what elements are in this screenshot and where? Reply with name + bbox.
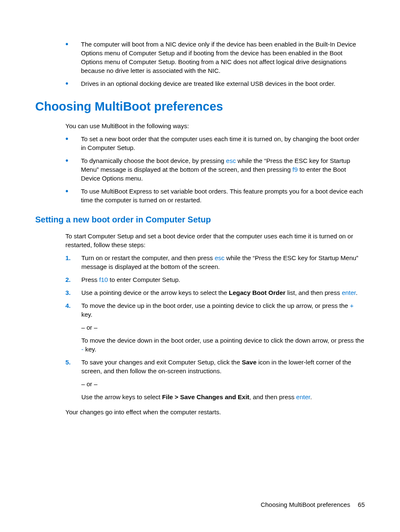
step-body: Use a pointing device or the arrow keys … [81, 288, 365, 297]
bullet-icon: • [65, 156, 68, 183]
key-f10: f10 [99, 276, 108, 283]
document-page: • The computer will boot from a NIC devi… [0, 0, 400, 532]
text-span: to enter Computer Setup. [108, 276, 180, 283]
text-span: To dynamically choose the boot device, b… [81, 157, 226, 164]
step-number: 1. [65, 253, 73, 271]
key-plus: + [350, 302, 353, 309]
bullet-item: • To dynamically choose the boot device,… [65, 156, 365, 183]
page-number: 65 [358, 501, 365, 508]
bullet-text: To use MultiBoot Express to set variable… [81, 187, 365, 204]
text-span: key. [83, 346, 96, 353]
key-enter: enter [296, 393, 310, 400]
text-span: . [356, 289, 358, 296]
bullet-item: • The computer will boot from a NIC devi… [65, 40, 365, 75]
step-item: 5. To save your changes and exit Compute… [65, 358, 365, 401]
ways-bullet-list: • To set a new boot order that the compu… [65, 134, 365, 204]
key-esc: esc [226, 157, 236, 164]
text-span: key. [81, 311, 92, 318]
bold-text: Save [242, 359, 257, 366]
step-body: Press f10 to enter Computer Setup. [81, 275, 365, 284]
or-divider: – or – [81, 380, 365, 388]
bold-text: File > Save Changes and Exit [162, 393, 249, 400]
bullet-text: The computer will boot from a NIC device… [81, 40, 365, 75]
text-span: , and then press [249, 393, 296, 400]
key-f9: f9 [292, 166, 298, 173]
bullet-icon: • [65, 134, 68, 152]
text-span: To move the device down in the boot orde… [81, 337, 364, 344]
key-esc: esc [215, 254, 224, 261]
step-number: 2. [65, 275, 73, 284]
bullet-item: • To set a new boot order that the compu… [65, 134, 365, 152]
bold-text: Legacy Boot Order [229, 289, 286, 296]
step-body: Turn on or restart the computer, and the… [81, 253, 365, 271]
closing-paragraph: Your changes go into effect when the com… [65, 408, 365, 416]
bullet-item: • Drives in an optional docking device a… [65, 79, 365, 88]
text-span: list, and then press [286, 289, 342, 296]
intro-paragraph: You can use MultiBoot in the following w… [65, 121, 365, 130]
or-divider: – or – [81, 323, 365, 332]
step-number: 4. [65, 301, 73, 354]
numbered-steps-list: 1. Turn on or restart the computer, and … [65, 253, 365, 401]
step-item: 3. Use a pointing device or the arrow ke… [65, 288, 365, 297]
bullet-icon: • [65, 187, 68, 204]
step-body: To save your changes and exit Computer S… [81, 358, 365, 401]
heading-h2: Setting a new boot order in Computer Set… [35, 214, 365, 225]
key-enter: enter [342, 289, 356, 296]
text-span: Turn on or restart the computer, and the… [81, 254, 215, 261]
page-footer: Choosing MultiBoot preferences 65 [261, 500, 365, 509]
step-number: 3. [65, 288, 73, 297]
text-span: Press [81, 276, 99, 283]
bullet-text: Drives in an optional docking device are… [81, 79, 365, 88]
step-item: 4. To move the device up in the boot ord… [65, 301, 365, 354]
footer-section-title: Choosing MultiBoot preferences [261, 501, 350, 508]
top-bullet-list: • The computer will boot from a NIC devi… [65, 40, 365, 88]
bullet-item: • To use MultiBoot Express to set variab… [65, 187, 365, 204]
bullet-text: To dynamically choose the boot device, b… [81, 156, 365, 183]
text-span: Use the arrow keys to select [81, 393, 162, 400]
heading-h1: Choosing MultiBoot preferences [35, 98, 365, 115]
step-item: 2. Press f10 to enter Computer Setup. [65, 275, 365, 284]
bullet-icon: • [65, 40, 68, 75]
steps-intro-paragraph: To start Computer Setup and set a boot d… [65, 232, 365, 249]
text-span: To save your changes and exit Computer S… [81, 359, 242, 366]
text-span: Use a pointing device or the arrow keys … [81, 289, 229, 296]
step-item: 1. Turn on or restart the computer, and … [65, 253, 365, 271]
text-span: To move the device up in the boot order,… [81, 302, 350, 309]
bullet-icon: • [65, 79, 68, 88]
text-span: . [310, 393, 312, 400]
step-number: 5. [65, 358, 73, 401]
step-body: To move the device up in the boot order,… [81, 301, 365, 354]
bullet-text: To set a new boot order that the compute… [81, 134, 365, 152]
